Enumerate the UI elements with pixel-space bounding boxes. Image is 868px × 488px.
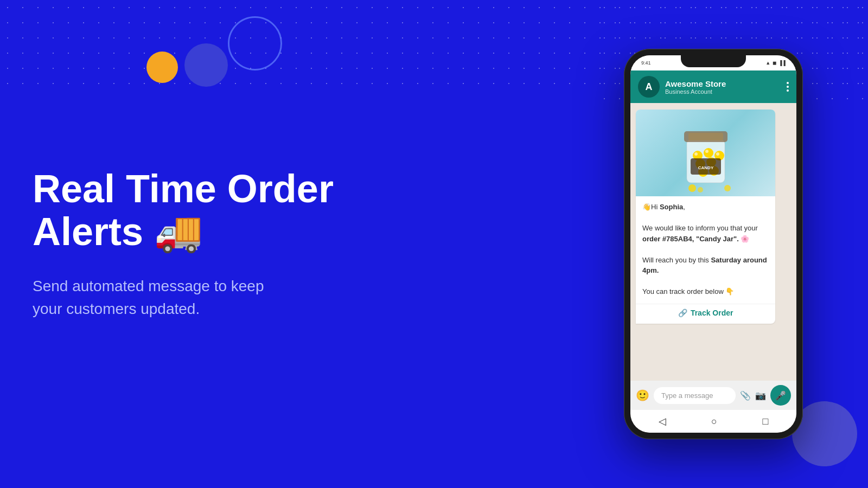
- track-order-button[interactable]: 🔗 Track Order: [678, 309, 733, 317]
- svg-point-15: [688, 184, 696, 192]
- whatsapp-header: A Awesome Store Business Account: [630, 70, 796, 103]
- account-type: Business Account: [665, 88, 781, 95]
- svg-point-12: [716, 152, 719, 156]
- menu-dot: [787, 89, 789, 92]
- hero-subtitle-line2: your customers updated.: [33, 300, 200, 317]
- svg-point-4: [704, 148, 713, 158]
- hero-title-line2: Alerts 🚚: [33, 210, 203, 253]
- mic-send-button[interactable]: 🎤: [770, 385, 791, 406]
- left-section: Real Time Order Alerts 🚚 Send automated …: [33, 0, 412, 488]
- order-bold-text: order #785AB4, "Candy Jar".: [642, 235, 739, 243]
- home-nav-icon[interactable]: ○: [711, 416, 717, 427]
- track-order-icon: 🔗: [678, 309, 687, 317]
- order-emoji: 🌸: [741, 235, 749, 243]
- menu-dot: [787, 86, 789, 88]
- phone-frame: 9:41 ▲◼▐▐ A Awesome Store Business Accou…: [624, 49, 803, 439]
- hero-subtitle: Send automated message to keep your cust…: [33, 275, 412, 320]
- hero-subtitle-line1: Send automated message to keep: [33, 278, 264, 294]
- camera-icon[interactable]: 📷: [755, 390, 766, 401]
- greeting-emoji: 👋: [642, 203, 651, 211]
- track-order-container: 🔗 Track Order: [636, 304, 775, 324]
- svg-point-16: [698, 187, 703, 192]
- status-bar-icons: ▲◼▐▐: [765, 60, 786, 66]
- avatar-letter: A: [646, 81, 653, 93]
- track-order-label: Track Order: [691, 309, 733, 317]
- message-bubble: CANDY 👋Hi Sophia,: [636, 110, 775, 324]
- svg-text:CANDY: CANDY: [698, 165, 713, 170]
- svg-rect-2: [688, 133, 723, 140]
- order-details: order #785AB4, "Candy Jar".: [642, 235, 741, 243]
- phone-navigation: ◁ ○ □: [630, 410, 796, 433]
- attach-icon[interactable]: 📎: [740, 390, 751, 401]
- svg-point-10: [694, 152, 698, 156]
- candy-jar-illustration: CANDY: [636, 110, 775, 196]
- svg-point-17: [724, 185, 731, 191]
- message-text: 👋Hi Sophia, We would like to inform you …: [636, 196, 775, 301]
- delivery-line: Will reach you by this: [642, 256, 711, 264]
- track-intro: You can track order below: [642, 287, 724, 296]
- header-info: Awesome Store Business Account: [665, 79, 781, 95]
- hero-title: Real Time Order Alerts 🚚: [33, 168, 412, 253]
- status-bar-time: 9:41: [641, 60, 651, 66]
- phone-screen: 9:41 ▲◼▐▐ A Awesome Store Business Accou…: [630, 55, 796, 433]
- chat-body: CANDY 👋Hi Sophia,: [630, 103, 796, 381]
- phone-notch: [681, 55, 746, 67]
- whatsapp-input-bar: 🙂 Type a message 📎 📷 🎤: [630, 381, 796, 410]
- phone-mockup: 9:41 ▲◼▐▐ A Awesome Store Business Accou…: [624, 49, 803, 439]
- message-line1: We would like to inform you that your: [642, 224, 758, 232]
- business-avatar: A: [638, 76, 660, 98]
- greeting-text: Hi: [651, 203, 660, 211]
- svg-point-11: [705, 150, 709, 153]
- product-image: CANDY: [636, 110, 775, 196]
- message-input-field[interactable]: Type a message: [654, 387, 736, 404]
- track-emoji: 👇: [725, 287, 734, 296]
- customer-name: Sophia: [660, 203, 683, 211]
- input-placeholder: Type a message: [661, 391, 713, 400]
- hero-title-line1: Real Time Order: [33, 167, 334, 210]
- business-name: Awesome Store: [665, 79, 781, 88]
- mic-icon: 🎤: [775, 390, 786, 401]
- emoji-icon[interactable]: 🙂: [636, 389, 649, 402]
- back-nav-icon[interactable]: ◁: [659, 415, 666, 427]
- recent-nav-icon[interactable]: □: [762, 416, 768, 427]
- menu-dots-button[interactable]: [787, 82, 789, 92]
- menu-dot: [787, 82, 789, 84]
